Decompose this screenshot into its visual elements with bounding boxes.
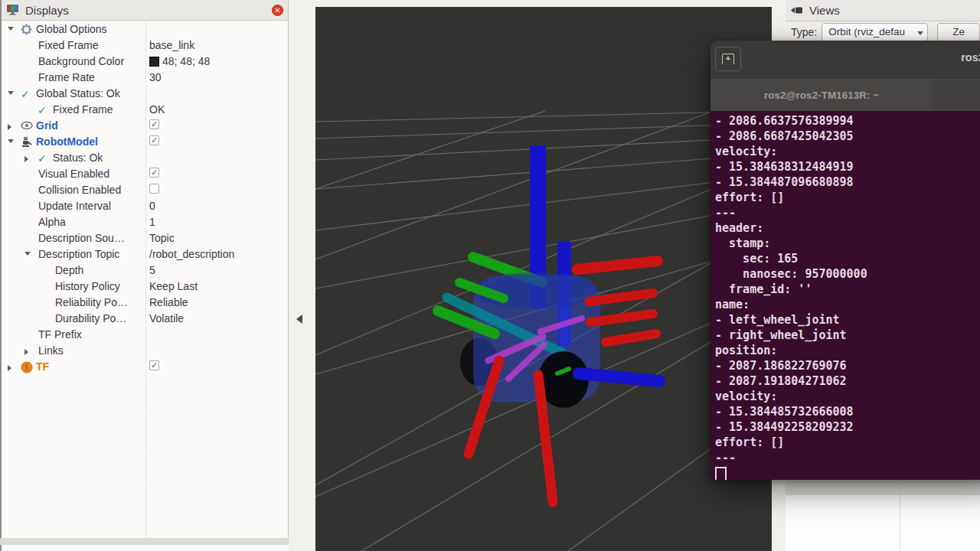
expander-icon[interactable] xyxy=(8,27,14,31)
checkbox[interactable]: ✓ xyxy=(149,168,159,178)
terminal-cursor xyxy=(715,467,727,480)
property-label: TF Prefix xyxy=(38,328,82,341)
views-panel-titlebar[interactable]: Views xyxy=(786,0,980,21)
property-label: Background Color xyxy=(38,55,124,67)
display-row[interactable]: RobotModel✓ xyxy=(2,134,288,150)
checkbox[interactable]: ✓ xyxy=(149,135,159,145)
terminal-line: velocity: xyxy=(715,144,980,159)
display-row[interactable]: Reliability Po…Reliable xyxy=(2,295,288,311)
display-row[interactable]: Update Interval0 xyxy=(2,198,288,214)
property-label: Frame Rate xyxy=(38,71,95,83)
property-value[interactable]: base_link xyxy=(149,39,194,51)
property-label: Description Topic xyxy=(38,248,119,260)
terminal-line: - 15.384638312484919 xyxy=(715,159,980,174)
displays-panel-icon xyxy=(6,4,20,16)
display-row[interactable]: TF Prefix xyxy=(2,327,288,343)
3d-scene xyxy=(315,7,772,551)
views-type-value: Orbit (rviz_defau xyxy=(828,26,905,37)
display-row[interactable]: Description Sou…Topic xyxy=(2,230,288,246)
property-label: Description Sou… xyxy=(38,232,125,244)
views-toolbar: Type: Orbit (rviz_defau Ze xyxy=(786,21,980,42)
display-row[interactable]: History PolicyKeep Last xyxy=(2,279,288,295)
property-label: RobotModel xyxy=(36,135,98,148)
expander-icon[interactable] xyxy=(24,349,28,355)
property-value[interactable]: Topic xyxy=(149,232,175,244)
expander-icon[interactable] xyxy=(8,124,11,130)
expander-icon[interactable] xyxy=(24,156,28,162)
display-row[interactable]: Frame Rate30 xyxy=(2,70,288,86)
value-text: base_link xyxy=(149,39,194,51)
value-text: Topic xyxy=(149,232,175,244)
property-label: Reliability Po… xyxy=(55,296,128,308)
property-value[interactable]: 30 xyxy=(149,71,162,83)
property-label: Collision Enabled xyxy=(38,184,121,196)
property-label: Global Status: Ok xyxy=(36,87,120,99)
displays-panel-titlebar[interactable]: Displays ✕ xyxy=(2,0,288,21)
display-row[interactable]: Visual Enabled✓ xyxy=(2,166,288,182)
value-text: Reliable xyxy=(149,296,188,308)
views-panel-icon xyxy=(790,5,804,15)
display-row[interactable]: Global Options xyxy=(2,21,288,37)
terminal-line: name: xyxy=(715,297,980,312)
display-row[interactable]: Description Topic/robot_description xyxy=(2,246,288,262)
terminal-line: - 2086.6637576389994 xyxy=(715,113,980,129)
property-label: Grid xyxy=(36,119,58,132)
terminal-line: frame_id: '' xyxy=(715,282,980,297)
display-row[interactable]: ✓Fixed FrameOK xyxy=(2,102,288,118)
property-label: Update Interval xyxy=(38,200,111,212)
property-value[interactable]: 5 xyxy=(149,264,155,276)
display-row[interactable]: Depth5 xyxy=(2,262,288,279)
display-row[interactable]: Grid✓ xyxy=(2,118,288,134)
display-row[interactable]: Alpha1 xyxy=(2,214,288,230)
value-text: Keep Last xyxy=(149,280,198,292)
3d-viewport[interactable] xyxy=(315,7,772,551)
rviz-application: Displays ✕ Global OptionsFixed Framebase… xyxy=(0,0,980,551)
property-value[interactable]: 48; 48; 48 xyxy=(149,55,210,67)
panel-splitter[interactable] xyxy=(289,0,315,551)
display-row[interactable]: Durability Po…Volatile xyxy=(2,311,288,327)
checkbox[interactable] xyxy=(149,184,159,194)
expander-icon[interactable] xyxy=(24,252,31,256)
property-value[interactable]: 1 xyxy=(149,216,155,228)
property-value[interactable]: Keep Last xyxy=(149,280,198,292)
terminal-tab[interactable]: ros2@ros2-TM1613R: ~ xyxy=(710,79,933,112)
display-row[interactable]: Collision Enabled xyxy=(2,182,288,198)
horizontal-splitter[interactable] xyxy=(0,538,289,545)
display-row[interactable]: Fixed Framebase_link xyxy=(2,37,288,54)
terminal-line: - right_wheel_joint xyxy=(715,328,980,343)
property-label: Fixed Frame xyxy=(53,103,113,116)
terminal-tabbar[interactable]: ros2@ros2-TM1613R: ~ xyxy=(710,77,980,112)
collapse-arrow-icon[interactable] xyxy=(296,315,302,324)
property-value: ✓ xyxy=(149,360,159,370)
property-value[interactable]: Reliable xyxy=(149,296,188,308)
views-type-dropdown[interactable]: Orbit (rviz_defau xyxy=(822,23,928,41)
views-type-label: Type: xyxy=(791,26,817,38)
terminal-window[interactable]: + ros2@ ros2@ros2-TM1613R: ~ - 2086.6637… xyxy=(710,41,980,480)
check-icon: ✓ xyxy=(21,88,33,100)
close-icon[interactable]: ✕ xyxy=(272,5,283,16)
terminal-line: - 15.384492258209232 xyxy=(715,419,980,435)
property-value[interactable]: /robot_description xyxy=(149,248,234,260)
display-row[interactable]: ✓Global Status: Ok xyxy=(2,86,288,102)
displays-panel: Displays ✕ Global OptionsFixed Framebase… xyxy=(0,0,289,538)
property-value[interactable]: Volatile xyxy=(149,312,184,324)
terminal-line: - 2087.186822769076 xyxy=(715,358,980,373)
zero-button[interactable]: Ze xyxy=(937,23,980,41)
terminal-headerbar[interactable]: + ros2@ xyxy=(710,41,980,77)
display-row[interactable]: Links xyxy=(2,343,288,359)
expander-icon[interactable] xyxy=(8,91,14,95)
checkbox[interactable]: ✓ xyxy=(149,360,159,370)
property-value[interactable]: 0 xyxy=(149,200,155,212)
display-row[interactable]: Background Color48; 48; 48 xyxy=(2,54,288,70)
expander-icon[interactable] xyxy=(8,139,14,143)
terminal-line: effort: [] xyxy=(715,190,980,205)
display-row[interactable]: TF✓ xyxy=(2,359,288,375)
robot-model xyxy=(438,145,659,502)
terminal-output[interactable]: - 2086.6637576389994- 2086.6687425042305… xyxy=(710,111,980,480)
display-row[interactable]: ✓Status: Ok xyxy=(2,150,288,166)
new-tab-button[interactable]: + xyxy=(715,47,741,71)
expander-icon[interactable] xyxy=(8,365,11,371)
terminal-line: - 2087.191804271062 xyxy=(715,373,980,389)
checkbox[interactable]: ✓ xyxy=(149,119,159,129)
property-value[interactable]: OK xyxy=(149,103,165,116)
